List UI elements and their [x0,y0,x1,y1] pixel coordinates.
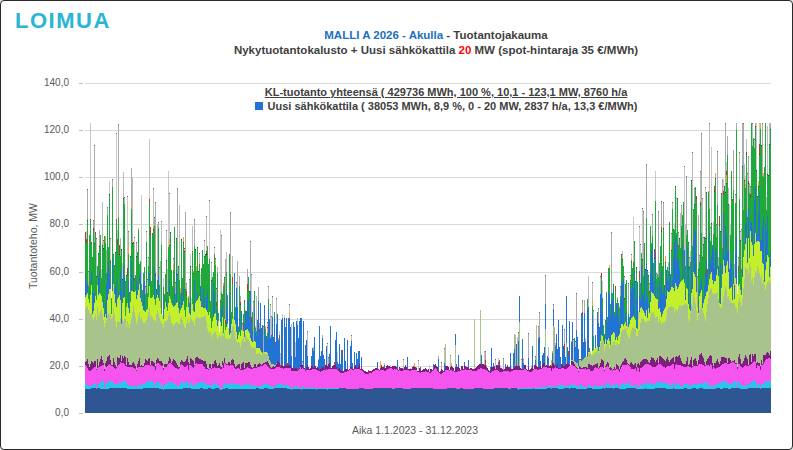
y-tick-label: 80,0 [29,218,69,229]
chart-subtitle-tail: MW (spot-hintaraja 35 €/MWh) [471,44,638,56]
y-axis-tick [79,130,83,131]
y-tick-label: 120,0 [29,124,69,135]
y-axis-tick [79,83,83,84]
y-tick-label: 0,0 [29,407,69,418]
y-tick-label: 20,0 [29,360,69,371]
chart-subtitle-capacity: 20 [459,44,472,56]
y-tick-label: 140,0 [29,77,69,88]
y-tick-label: 100,0 [29,171,69,182]
y-tick-label: 40,0 [29,313,69,324]
chart-title: MALLI A 2026 - Akulla - Tuotantojakauma [86,28,786,43]
y-axis-tick [79,319,83,320]
y-tick-label: 60,0 [29,266,69,277]
x-axis-title: Aika 1.1.2023 - 31.12.2023 [85,424,745,436]
chart-subtitle: Nykytuotantokalusto + Uusi sähkökattila … [86,43,786,58]
report-chart-page: LOIMUA MALLI A 2026 - Akulla - Tuotantoj… [0,0,793,450]
y-axis-tick [79,177,83,178]
y-axis-tick [79,366,83,367]
chart-subtitle-lead: Nykytuotantokalusto + Uusi sähkökattila [234,44,459,56]
stacked-area-plot [85,83,771,413]
chart-title-suffix: - Tuotantojakauma [443,29,548,41]
y-axis-tick [79,413,83,414]
y-axis-tick [79,272,83,273]
y-axis-tick [79,224,83,225]
chart-title-block: MALLI A 2026 - Akulla - Tuotantojakauma … [86,28,786,58]
y-axis-title: Tuotantoteho, MW [27,176,39,316]
chart-title-model: MALLI A 2026 - Akulla [324,29,443,41]
